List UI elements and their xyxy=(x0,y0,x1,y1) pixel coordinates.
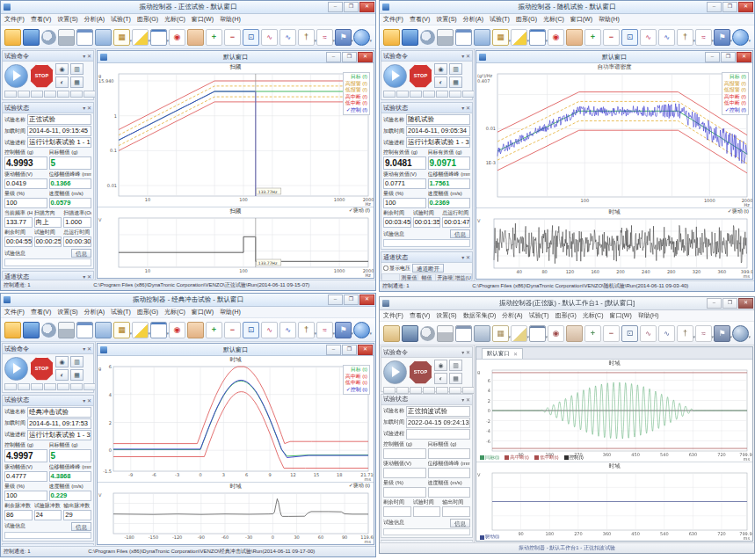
spectrum-view-button[interactable]: ▥ xyxy=(449,360,462,371)
menu-item[interactable]: 查看(V) xyxy=(410,311,430,320)
histogram-view-button[interactable]: ▦ xyxy=(449,76,462,88)
menu-item[interactable]: 窗口(W) xyxy=(192,308,214,316)
search-icon[interactable] xyxy=(353,29,370,46)
panel-dock-buttons[interactable]: ▾ ✕ xyxy=(83,397,91,404)
legend-item[interactable]: 驱动(t) xyxy=(480,534,499,541)
panel-dock-buttons[interactable]: ▾ ✕ xyxy=(83,273,91,280)
overlay-plot-icon[interactable]: ≈ xyxy=(695,29,712,46)
menu-item[interactable]: 文件(F) xyxy=(383,15,403,24)
legend-item[interactable]: 高中断 (t) xyxy=(345,374,367,381)
mini-tool-button[interactable] xyxy=(4,383,17,390)
menu-item[interactable]: 光标(C) xyxy=(164,15,185,24)
menu-item[interactable]: 窗口(W) xyxy=(192,15,214,24)
start-test-button[interactable] xyxy=(4,64,28,88)
menu-item[interactable]: 文件(F) xyxy=(4,308,25,316)
save-icon[interactable] xyxy=(23,322,40,338)
legend-item[interactable]: 低报警 (f) xyxy=(345,87,367,94)
tab-close-icon[interactable]: ✕ xyxy=(513,351,518,357)
document-titlebar[interactable]: 默认窗口 – ❐ ✕ xyxy=(476,51,752,63)
menu-item[interactable]: 分析(A) xyxy=(502,311,522,320)
spectrum-view-button[interactable]: ▥ xyxy=(449,63,462,75)
doc-minimize-button[interactable]: – xyxy=(705,52,720,62)
report-window-icon[interactable] xyxy=(455,325,472,342)
new-window-icon[interactable] xyxy=(529,325,546,342)
close-button[interactable]: ✕ xyxy=(359,2,374,12)
stop-record-icon[interactable]: ◉ xyxy=(169,322,185,338)
menu-item[interactable]: 窗口(W) xyxy=(609,311,631,320)
doc-minimize-button[interactable]: – xyxy=(326,52,341,62)
menu-item[interactable]: 查看(V) xyxy=(410,15,430,24)
menu-item[interactable]: 文件(F) xyxy=(4,15,25,24)
maximize-button[interactable]: ❐ xyxy=(344,295,359,305)
menu-item[interactable]: 试验(T) xyxy=(529,311,549,320)
info-button[interactable]: 信息 xyxy=(450,519,470,527)
menu-item[interactable]: 试验(T) xyxy=(111,308,131,316)
cursor-tool-icon[interactable]: † xyxy=(677,29,693,46)
mini-tool-button[interactable] xyxy=(410,91,422,98)
stop-test-button[interactable]: STOP xyxy=(30,357,54,381)
test-plan-icon[interactable]: ▦ xyxy=(113,322,130,338)
cursor-tool-icon[interactable]: † xyxy=(677,325,693,342)
open-folder-icon[interactable] xyxy=(383,29,400,46)
save-icon[interactable] xyxy=(402,325,418,342)
save-icon[interactable] xyxy=(23,29,40,46)
doc-restore-button[interactable]: ❐ xyxy=(342,52,357,62)
doc-close-button[interactable]: ✕ xyxy=(358,52,373,62)
info-button[interactable]: 信息 xyxy=(71,522,91,531)
menu-item[interactable]: 图形(G) xyxy=(137,308,158,316)
pause-button[interactable]: ◐ xyxy=(55,369,69,381)
panel-dock-buttons[interactable]: ▾ ✕ xyxy=(83,53,91,59)
menu-item[interactable]: 光标(C) xyxy=(164,308,185,316)
mini-tool-button[interactable] xyxy=(57,383,69,390)
print-icon[interactable] xyxy=(437,29,454,46)
start-test-button[interactable] xyxy=(383,64,407,88)
panel-dock-buttons[interactable]: ▾ ✕ xyxy=(461,254,470,260)
mini-tool-button[interactable] xyxy=(396,91,409,98)
new-window-icon[interactable] xyxy=(150,29,167,46)
document-titlebar[interactable]: 默认窗口 – ❐ ✕ xyxy=(98,51,374,63)
export-icon[interactable] xyxy=(95,322,112,338)
info-button[interactable]: 信息 xyxy=(450,229,470,238)
stop-test-button[interactable]: STOP xyxy=(409,64,432,88)
menu-item[interactable]: 文件(F) xyxy=(383,311,403,320)
chart-plot[interactable]: 10010002000Hz0.011E-3(g²)/Hz0.407 xyxy=(476,71,752,207)
config-gears-icon[interactable] xyxy=(420,326,435,341)
search-icon[interactable] xyxy=(732,325,749,342)
zoom-in-icon[interactable]: + xyxy=(206,29,222,46)
mini-tool-button[interactable] xyxy=(83,91,96,98)
mini-tool-button[interactable] xyxy=(70,383,83,390)
legend-item[interactable]: 高报警 (f) xyxy=(724,81,746,88)
menu-item[interactable]: 数据采集(D) xyxy=(463,311,497,320)
mini-tool-button[interactable] xyxy=(462,91,475,98)
doc-restore-button[interactable]: ❐ xyxy=(342,345,357,355)
channel-table[interactable]: 测量值幅值开路噪声增益(U1(g)9.12539.00910.0511119.2 xyxy=(381,273,472,280)
menu-item[interactable]: 光标(C) xyxy=(543,15,564,24)
stop-test-button[interactable]: STOP xyxy=(30,64,54,88)
spectrum2-icon[interactable]: ∿ xyxy=(279,29,296,46)
legend-item[interactable]: ✓驱动 (f) xyxy=(349,207,370,215)
show-voltage-checkbox[interactable]: 显示电压 xyxy=(383,265,410,273)
menu-item[interactable]: 帮助(H) xyxy=(638,311,659,320)
menu-item[interactable]: 帮助(H) xyxy=(599,15,620,24)
legend-item[interactable]: 目标 (f) xyxy=(345,74,367,81)
maximize-button[interactable]: ❐ xyxy=(722,2,737,12)
maximize-button[interactable]: ❐ xyxy=(722,298,737,309)
record-button[interactable]: ◉ xyxy=(55,63,69,75)
legend-item[interactable]: 目标 (t) xyxy=(345,367,367,374)
legend-item[interactable]: ✓控制 (f) xyxy=(345,107,367,114)
menu-item[interactable]: 设置(S) xyxy=(57,15,77,24)
zoom-in-icon[interactable]: + xyxy=(206,322,222,338)
doc-close-button[interactable]: ✕ xyxy=(737,52,751,62)
zoom-out-icon[interactable]: − xyxy=(224,322,241,338)
report-window-icon[interactable] xyxy=(76,322,93,338)
legend-item[interactable]: 高中断 (f) xyxy=(345,94,367,101)
pause-button[interactable]: ◐ xyxy=(434,76,447,88)
legend-item[interactable]: 控制(t) xyxy=(564,455,584,462)
overlay-plot-icon[interactable]: ≈ xyxy=(316,29,333,46)
new-window-icon[interactable] xyxy=(150,322,167,338)
cursor-tool-icon[interactable]: † xyxy=(298,29,315,46)
legend-item[interactable]: 目标 (f) xyxy=(724,74,746,81)
menu-item[interactable]: 图形(G) xyxy=(555,311,577,320)
panel-dock-buttons[interactable]: ▾ ✕ xyxy=(83,105,91,111)
legend-item[interactable]: 低中断 (t) xyxy=(345,380,367,387)
